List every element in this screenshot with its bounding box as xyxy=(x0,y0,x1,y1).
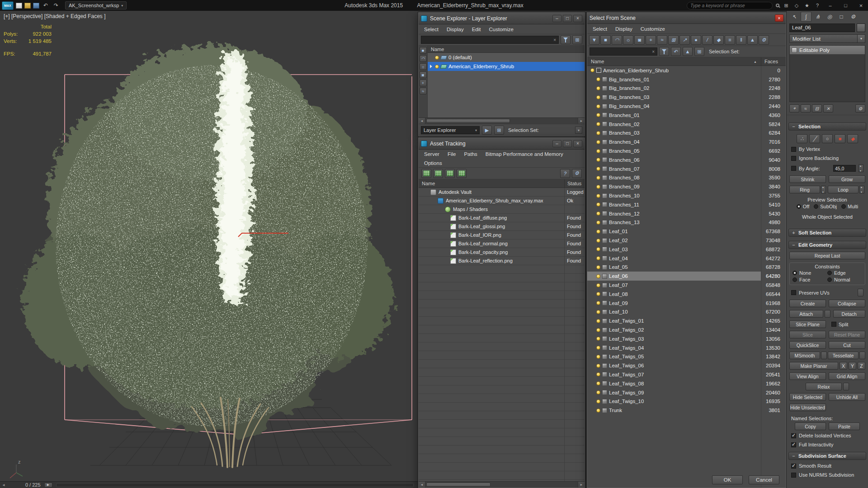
tessellate-settings-button[interactable] xyxy=(859,352,865,359)
search-input[interactable] xyxy=(690,3,769,8)
by-vertex-checkbox[interactable] xyxy=(791,147,796,152)
restore-window-button[interactable]: □ xyxy=(840,0,852,11)
visibility-bulb-icon[interactable] xyxy=(596,256,600,260)
asset-row[interactable]: Bark-Leaf_IOR.png Found xyxy=(419,231,585,239)
ok-button[interactable]: OK xyxy=(712,475,743,484)
visibility-bulb-icon[interactable] xyxy=(590,68,594,72)
asset-row[interactable]: Autodesk Vault Logged xyxy=(419,188,585,197)
visibility-bulb-icon[interactable] xyxy=(596,355,600,359)
filter-helpers-icon[interactable]: + xyxy=(420,80,427,86)
menu-item[interactable]: File xyxy=(443,150,460,158)
menu-item[interactable]: Customize xyxy=(485,26,518,33)
border-icon[interactable]: ○ xyxy=(822,134,833,143)
cancel-button[interactable]: Cancel xyxy=(749,475,779,484)
scene-object-row[interactable]: Leaf_08 66544 xyxy=(587,290,786,299)
scene-object-row[interactable]: Big_branches_04 2440 xyxy=(587,102,786,111)
filter-cameras-icon[interactable]: ◙ xyxy=(420,71,427,78)
menu-item[interactable]: Bitmap Performance and Memory xyxy=(481,150,567,158)
filter-shapes-icon[interactable]: ◠ xyxy=(420,55,427,62)
hide-selected-button[interactable]: Hide Selected xyxy=(789,393,826,401)
pin-stack-icon[interactable]: ⌖ xyxy=(789,104,799,113)
preview-off-radio[interactable] xyxy=(797,204,801,209)
close-button[interactable]: × xyxy=(573,15,582,22)
scene-object-row[interactable]: Branches_04 7016 xyxy=(587,137,786,146)
scene-object-row[interactable]: Leaf_Twigs_02 13404 xyxy=(587,325,786,334)
visibility-bulb-icon[interactable] xyxy=(596,149,600,153)
remove-modifier-icon[interactable]: ✕ xyxy=(823,104,833,113)
visibility-bulb-icon[interactable] xyxy=(596,221,600,225)
preview-subobj-radio[interactable] xyxy=(814,204,818,209)
attach-list-button[interactable] xyxy=(825,310,830,318)
scroll-right-icon[interactable]: ► xyxy=(578,482,585,488)
angle-spinner[interactable] xyxy=(859,164,863,172)
close-button[interactable]: × xyxy=(573,140,582,147)
selection-set-grid-icon[interactable]: ⊞ xyxy=(694,47,704,56)
vertex-icon[interactable]: ∴ xyxy=(797,134,807,143)
scene-object-row[interactable]: Leaf_Twigs_10 16935 xyxy=(587,397,786,406)
status-column-header[interactable]: Status xyxy=(564,179,585,188)
preserve-uvs-checkbox[interactable] xyxy=(791,290,796,295)
scene-object-row[interactable]: Leaf_10 67200 xyxy=(587,308,786,317)
scroll-left-icon[interactable]: ◄ xyxy=(419,482,425,488)
previous-frame-icon[interactable]: ◄ xyxy=(2,483,5,487)
scene-object-row[interactable]: Leaf_Twigs_03 13056 xyxy=(587,334,786,343)
scene-object-row[interactable]: American_Elderberry_Shrub 0 xyxy=(587,66,786,75)
scene-object-row[interactable]: Leaf_06 64280 xyxy=(587,272,786,281)
save-file-icon[interactable] xyxy=(33,3,39,9)
edge-icon[interactable]: ╱ xyxy=(809,134,820,143)
menu-item[interactable]: Customize xyxy=(637,25,669,33)
refresh-status-icon[interactable] xyxy=(421,169,431,178)
scene-search-field[interactable]: × xyxy=(590,47,657,56)
filter-icon[interactable] xyxy=(659,47,669,56)
scene-object-row[interactable]: Branches_02 5824 xyxy=(587,120,786,129)
filter-icon[interactable] xyxy=(561,35,571,44)
configure-columns-icon[interactable]: ⚙ xyxy=(759,35,769,45)
constraint-normal-radio[interactable] xyxy=(827,277,832,282)
faces-column-header[interactable]: Faces xyxy=(761,57,786,66)
horizontal-scrollbar[interactable]: ◄ ► xyxy=(419,117,585,124)
visibility-bulb-icon[interactable] xyxy=(596,247,600,251)
attach-button[interactable]: Attach xyxy=(789,310,823,318)
constraint-none-radio[interactable] xyxy=(793,271,797,275)
filter-bones-icon[interactable]: ≈ xyxy=(420,88,427,94)
sync-selection-icon[interactable]: ↶ xyxy=(671,47,681,56)
minimize-button[interactable]: – xyxy=(552,140,561,147)
use-nurms-checkbox[interactable] xyxy=(791,473,796,478)
display-xrefs-icon[interactable]: ↗ xyxy=(679,35,690,45)
scene-object-row[interactable]: Big_branches_03 2288 xyxy=(587,93,786,102)
object-color-swatch[interactable] xyxy=(857,23,865,32)
select-filter-icon[interactable]: ▼ xyxy=(589,35,599,45)
visibility-bulb-icon[interactable] xyxy=(596,202,600,206)
explorer-mode-dropdown[interactable]: Layer Explorer ▾ xyxy=(421,126,480,134)
relax-settings-button[interactable] xyxy=(843,383,849,390)
name-column-header[interactable]: Name xyxy=(428,46,585,53)
scene-object-row[interactable]: Leaf_Twigs_08 19662 xyxy=(587,379,786,388)
visibility-bulb-icon[interactable] xyxy=(596,346,600,350)
display-helpers-icon[interactable]: + xyxy=(646,35,656,45)
visibility-bulb-icon[interactable] xyxy=(435,65,439,69)
asset-row[interactable]: Maps / Shaders xyxy=(419,205,585,214)
scene-table-header[interactable]: Name ▲ Faces xyxy=(587,57,786,66)
view-columns-icon[interactable]: ‖ xyxy=(736,35,746,45)
visibility-bulb-icon[interactable] xyxy=(596,310,600,314)
filter-lights-icon[interactable]: ☼ xyxy=(420,63,427,70)
settings-icon[interactable]: ⚙ xyxy=(572,169,582,178)
workspace-dropdown[interactable]: AK_Screenshot_wrksp ▾ xyxy=(65,1,127,9)
asset-row[interactable]: Bark-Leaf_reflection.png Found xyxy=(419,257,585,265)
infocenter-search[interactable] xyxy=(687,2,773,9)
tab-motion[interactable]: ◎ xyxy=(824,12,835,22)
menu-item[interactable]: Paths xyxy=(460,150,481,158)
rollout-selection[interactable]: − Selection xyxy=(788,122,866,131)
visibility-bulb-icon[interactable] xyxy=(596,274,600,278)
close-button[interactable]: × xyxy=(775,14,783,22)
select-from-scene-titlebar[interactable]: Select From Scene × xyxy=(587,13,786,24)
preserve-uvs-settings-button[interactable] xyxy=(858,289,863,296)
name-column-header[interactable]: Name xyxy=(591,59,604,64)
track-bar[interactable] xyxy=(56,483,414,487)
loop-button[interactable]: Loop xyxy=(828,186,859,193)
paste-button[interactable]: Paste xyxy=(829,422,860,430)
scene-object-row[interactable]: Leaf_02 73048 xyxy=(587,236,786,245)
visibility-bulb-icon[interactable] xyxy=(435,56,439,60)
view-align-button[interactable]: View Align xyxy=(789,372,826,380)
show-end-result-icon[interactable]: ≈ xyxy=(801,104,811,113)
